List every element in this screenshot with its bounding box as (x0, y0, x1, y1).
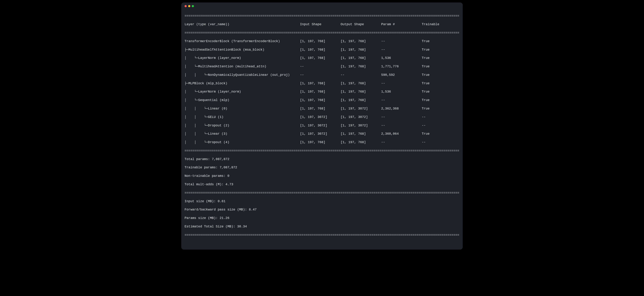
table-row: TransformerEncoderBlock (TransformerEnco… (184, 39, 460, 43)
fwdback-size: Forward/backward pass size (MB): 8.47 (184, 208, 460, 212)
cell-layer: ├─MLPBlock (mlp_block) (184, 81, 300, 86)
col-header-output: Output Shape (340, 22, 381, 26)
cell-params: -- (381, 98, 422, 102)
cell-output: [1, 197, 768] (340, 56, 381, 60)
table-row: │ │ └─Dropout (4)[1, 197, 768][1, 197, 7… (184, 140, 460, 145)
rule-line: ========================================… (184, 149, 460, 153)
table-row: │ └─LayerNorm (layer_norm)[1, 197, 768][… (184, 56, 460, 60)
cell-layer: │ │ └─NonDynamicallyQuantizableLinear (o… (184, 73, 300, 77)
cell-trainable: True (422, 56, 460, 60)
cell-trainable: True (422, 132, 460, 136)
table-row: │ └─MultiheadAttention (multihead_attn)-… (184, 64, 460, 69)
col-header-layer: Layer (type (var_name)) (184, 22, 300, 26)
close-icon[interactable] (184, 5, 187, 7)
terminal-output: ========================================… (181, 10, 463, 250)
cell-params: -- (381, 39, 422, 43)
input-size: Input size (MB): 0.61 (184, 199, 460, 203)
cell-output: [1, 197, 768] (340, 81, 381, 86)
col-header-trainable: Trainable (422, 22, 460, 26)
cell-layer: │ └─LayerNorm (layer_norm) (184, 56, 300, 60)
cell-params: -- (381, 124, 422, 128)
cell-layer: TransformerEncoderBlock (TransformerEnco… (184, 39, 300, 43)
cell-trainable: -- (422, 115, 460, 119)
cell-trainable: True (422, 64, 460, 69)
table-row: ├─MLPBlock (mlp_block)[1, 197, 768][1, 1… (184, 81, 460, 86)
cell-layer: │ │ └─Dropout (4) (184, 140, 300, 145)
trainable-params: Trainable params: 7,087,872 (184, 165, 460, 170)
cell-trainable: True (422, 81, 460, 86)
cell-params: 1,536 (381, 90, 422, 94)
window-titlebar (181, 2, 463, 10)
cell-trainable: True (422, 48, 460, 52)
rule-line: ========================================… (184, 233, 460, 237)
cell-input: [1, 197, 768] (300, 98, 340, 102)
cell-input: [1, 197, 3072] (300, 132, 340, 136)
cell-output: [1, 197, 3072] (340, 124, 381, 128)
cell-params: 2,360,064 (381, 132, 422, 136)
params-size: Params size (MB): 21.26 (184, 216, 460, 220)
cell-input: [1, 197, 768] (300, 56, 340, 60)
cell-input: [1, 197, 768] (300, 48, 340, 52)
table-row: │ │ └─NonDynamicallyQuantizableLinear (o… (184, 73, 460, 77)
cell-input: [1, 197, 768] (300, 90, 340, 94)
cell-trainable: -- (422, 140, 460, 145)
cell-layer: │ │ └─Linear (3) (184, 132, 300, 136)
cell-params: -- (381, 48, 422, 52)
cell-params: -- (381, 140, 422, 145)
col-header-params: Param # (381, 22, 422, 26)
nontrainable-params: Non-trainable params: 0 (184, 174, 460, 178)
cell-output: [1, 197, 3072] (340, 115, 381, 119)
cell-layer: │ └─Sequential (mlp) (184, 98, 300, 102)
cell-layer: │ │ └─GELU (1) (184, 115, 300, 119)
cell-output: [1, 197, 768] (340, 48, 381, 52)
mult-adds: Total mult-adds (M): 4.73 (184, 182, 460, 186)
cell-layer: ├─MultiheadSelfAttentionBlock (msa_block… (184, 48, 300, 52)
cell-layer: │ │ └─Dropout (2) (184, 124, 300, 128)
cell-params: 1,536 (381, 56, 422, 60)
cell-output: [1, 197, 768] (340, 90, 381, 94)
cell-trainable: -- (422, 124, 460, 128)
total-size: Estimated Total Size (MB): 30.34 (184, 225, 460, 229)
cell-input: [1, 197, 3072] (300, 115, 340, 119)
table-header: Layer (type (var_name))Input ShapeOutput… (184, 22, 460, 26)
cell-input: [1, 197, 768] (300, 81, 340, 86)
table-row: │ │ └─Linear (0)[1, 197, 768][1, 197, 30… (184, 107, 460, 111)
cell-params: 2,362,368 (381, 107, 422, 111)
cell-output: [1, 197, 768] (340, 132, 381, 136)
cell-trainable: True (422, 107, 460, 111)
cell-trainable: True (422, 39, 460, 43)
cell-params: 590,592 (381, 73, 422, 77)
cell-layer: │ │ └─Linear (0) (184, 107, 300, 111)
terminal-window: ========================================… (181, 2, 463, 250)
cell-input: [1, 197, 768] (300, 39, 340, 43)
total-params: Total params: 7,087,872 (184, 157, 460, 161)
cell-output: [1, 197, 768] (340, 39, 381, 43)
zoom-icon[interactable] (192, 5, 194, 7)
col-header-input: Input Shape (300, 22, 340, 26)
table-row: │ │ └─GELU (1)[1, 197, 3072][1, 197, 307… (184, 115, 460, 119)
table-row: │ └─Sequential (mlp)[1, 197, 768][1, 197… (184, 98, 460, 102)
cell-input: [1, 197, 768] (300, 140, 340, 145)
cell-output: -- (340, 73, 381, 77)
rule-line: ========================================… (184, 191, 460, 195)
cell-input: -- (300, 73, 340, 77)
cell-output: [1, 197, 768] (340, 98, 381, 102)
table-row: ├─MultiheadSelfAttentionBlock (msa_block… (184, 48, 460, 52)
minimize-icon[interactable] (188, 5, 190, 7)
cell-input: [1, 197, 768] (300, 107, 340, 111)
rule-line: ========================================… (184, 14, 460, 18)
table-row: │ └─LayerNorm (layer_norm)[1, 197, 768][… (184, 90, 460, 94)
traffic-lights (184, 5, 194, 7)
cell-params: 1,771,776 (381, 64, 422, 69)
cell-output: [1, 197, 768] (340, 140, 381, 145)
cell-input: [1, 197, 3072] (300, 124, 340, 128)
cell-trainable: True (422, 98, 460, 102)
cell-params: -- (381, 115, 422, 119)
cell-input: -- (300, 64, 340, 69)
cell-params: -- (381, 81, 422, 86)
cell-layer: │ └─LayerNorm (layer_norm) (184, 90, 300, 94)
table-row: │ │ └─Dropout (2)[1, 197, 3072][1, 197, … (184, 124, 460, 128)
cell-output: [1, 197, 768] (340, 64, 381, 69)
cell-layer: │ └─MultiheadAttention (multihead_attn) (184, 64, 300, 69)
table-row: │ │ └─Linear (3)[1, 197, 3072][1, 197, 7… (184, 132, 460, 136)
